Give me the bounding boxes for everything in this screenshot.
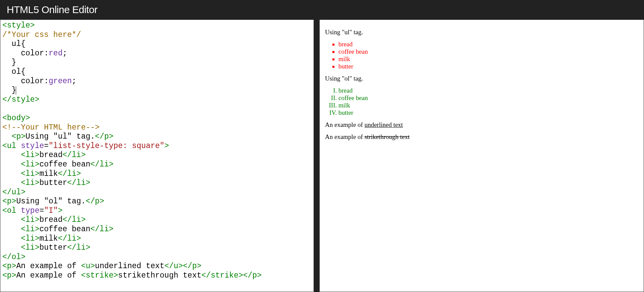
code-token: /*Your css here*/ xyxy=(2,31,81,39)
list-item: milk xyxy=(338,102,638,109)
code-token: : xyxy=(44,77,49,86)
text-caret xyxy=(16,86,16,95)
code-line[interactable]: <li>bread</li> xyxy=(2,215,312,225)
code-line[interactable]: <p>Using "ol" tag.</p> xyxy=(2,197,312,206)
code-line[interactable]: <p>Using "ul" tag.</p> xyxy=(2,132,312,142)
code-token: red xyxy=(49,49,62,58)
code-line[interactable]: <li>milk</li> xyxy=(2,234,312,244)
code-line[interactable]: </ol> xyxy=(2,253,312,262)
code-token: } xyxy=(2,58,16,67)
code-line[interactable]: <li>butter</li> xyxy=(2,179,312,188)
code-token: color xyxy=(21,77,44,86)
code-line[interactable]: <li>coffee bean</li> xyxy=(2,225,312,234)
code-token xyxy=(2,225,21,234)
code-token: </li> xyxy=(62,215,86,224)
code-token: green xyxy=(49,77,72,86)
code-token: ol{ xyxy=(2,67,25,76)
code-line[interactable]: <style> xyxy=(2,21,312,31)
code-token: = xyxy=(39,206,44,215)
code-token: bread xyxy=(39,215,62,224)
preview-text-part: An example of xyxy=(325,121,365,128)
code-line[interactable]: </style> xyxy=(2,95,312,105)
code-line[interactable]: <ul style="list-style-type: square"> xyxy=(2,142,312,151)
code-token xyxy=(2,169,21,178)
code-token: ; xyxy=(72,77,76,86)
code-token: </li> xyxy=(58,169,81,178)
code-token: <p> xyxy=(2,271,16,280)
code-token: <body> xyxy=(2,114,30,123)
code-token xyxy=(2,151,21,159)
code-token: <!--Your HTML here--> xyxy=(2,123,100,132)
code-token: coffee bean xyxy=(39,160,90,169)
app-header: HTML5 Online Editor xyxy=(0,0,644,19)
code-token: <li> xyxy=(21,243,39,252)
code-line[interactable]: /*Your css here*/ xyxy=(2,31,312,40)
code-token: <li> xyxy=(21,225,39,234)
code-token: </li> xyxy=(90,160,113,169)
code-line[interactable]: <p>An example of <strike>strikethrough t… xyxy=(2,271,312,281)
code-token: <strike> xyxy=(81,271,118,280)
code-line[interactable]: <li>butter</li> xyxy=(2,243,312,253)
code-line[interactable]: <li>coffee bean</li> xyxy=(2,160,312,169)
code-line[interactable]: <p>An example of <u>underlined text</u><… xyxy=(2,262,312,271)
code-line[interactable]: </ul> xyxy=(2,188,312,197)
code-token: <style> xyxy=(2,21,35,30)
code-token xyxy=(2,215,21,224)
code-editor[interactable]: <style>/*Your css here*/ ul{ color:red; … xyxy=(0,20,314,292)
code-line[interactable]: <li>milk</li> xyxy=(2,169,312,179)
code-token: Using "ul" tag. xyxy=(25,132,95,141)
code-token xyxy=(2,243,21,252)
code-token: </ol> xyxy=(2,253,25,261)
code-token: </li> xyxy=(90,225,113,234)
code-token: </ul> xyxy=(2,188,25,197)
code-token: milk xyxy=(39,234,58,243)
code-line[interactable]: <li>bread</li> xyxy=(2,151,312,160)
code-line[interactable]: ol{ xyxy=(2,67,312,77)
code-token: style xyxy=(21,142,44,150)
code-token xyxy=(2,132,12,141)
code-token: } xyxy=(2,86,16,95)
code-token: <li> xyxy=(21,160,39,169)
code-token: </style> xyxy=(2,95,39,104)
code-token: butter xyxy=(39,179,67,187)
code-token: </u></p> xyxy=(164,262,201,271)
code-line[interactable]: <body> xyxy=(2,114,312,123)
code-token: > xyxy=(58,206,63,215)
code-token: <u> xyxy=(81,262,95,271)
code-line[interactable] xyxy=(2,104,312,114)
preview-text: An example of underlined text xyxy=(325,121,638,129)
code-line[interactable]: ul{ xyxy=(2,40,312,49)
code-token: bread xyxy=(39,151,62,159)
code-token: milk xyxy=(39,169,58,178)
code-line[interactable]: color:red; xyxy=(2,49,312,58)
preview-text-part: An example of xyxy=(325,133,365,140)
code-token: underlined text xyxy=(95,262,164,271)
code-token: type xyxy=(21,206,39,215)
code-line[interactable]: } xyxy=(2,86,312,95)
code-token: An example of xyxy=(16,271,81,280)
pane-divider[interactable] xyxy=(314,19,319,292)
code-line[interactable]: <ol type="I"> xyxy=(2,206,312,216)
code-line[interactable]: color:green; xyxy=(2,77,312,86)
main-split: <style>/*Your css here*/ ul{ color:red; … xyxy=(0,19,644,292)
code-token: <ol xyxy=(2,206,21,215)
list-item: butter xyxy=(338,109,638,116)
preview-underlined: underlined text xyxy=(365,121,403,128)
code-token: "list-style-type: square" xyxy=(49,142,164,150)
code-line[interactable]: } xyxy=(2,58,312,67)
code-token: ul{ xyxy=(2,40,25,48)
code-token: "I" xyxy=(44,206,58,215)
list-item: bread xyxy=(338,41,638,48)
code-editor-pane: <style>/*Your css here*/ ul{ color:red; … xyxy=(0,19,314,292)
code-token: : xyxy=(44,49,49,58)
code-token: </strike></p> xyxy=(202,271,262,280)
code-token: <li> xyxy=(21,151,39,159)
code-token: strikethrough text xyxy=(118,271,201,280)
code-line[interactable]: <!--Your HTML here--> xyxy=(2,123,312,133)
code-token: Using "ol" tag. xyxy=(16,197,86,206)
code-token: </p> xyxy=(86,197,104,206)
preview-pane: Using "ul" tag. breadcoffee beanmilkbutt… xyxy=(319,19,644,292)
app-title: HTML5 Online Editor xyxy=(7,4,98,15)
list-item: butter xyxy=(338,63,638,70)
code-token: <li> xyxy=(21,215,39,224)
